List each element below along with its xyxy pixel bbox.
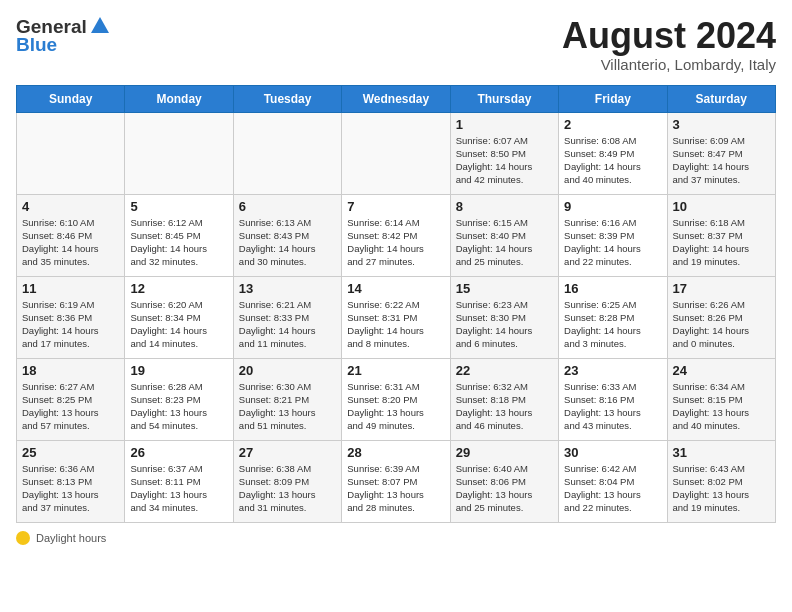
day-number: 2: [564, 117, 661, 132]
day-number: 13: [239, 281, 336, 296]
dow-header-cell: Wednesday: [342, 85, 450, 112]
calendar-cell: 17Sunrise: 6:26 AM Sunset: 8:26 PM Dayli…: [667, 276, 775, 358]
calendar-cell: 19Sunrise: 6:28 AM Sunset: 8:23 PM Dayli…: [125, 358, 233, 440]
day-number: 26: [130, 445, 227, 460]
calendar-cell: 21Sunrise: 6:31 AM Sunset: 8:20 PM Dayli…: [342, 358, 450, 440]
day-number: 19: [130, 363, 227, 378]
calendar-cell: 6Sunrise: 6:13 AM Sunset: 8:43 PM Daylig…: [233, 194, 341, 276]
footer-note: Daylight hours: [16, 531, 776, 545]
calendar-cell: [233, 112, 341, 194]
day-number: 1: [456, 117, 553, 132]
title-block: August 2024 Villanterio, Lombardy, Italy: [562, 16, 776, 73]
day-info: Sunrise: 6:42 AM Sunset: 8:04 PM Dayligh…: [564, 462, 661, 515]
dow-header-cell: Friday: [559, 85, 667, 112]
day-info: Sunrise: 6:15 AM Sunset: 8:40 PM Dayligh…: [456, 216, 553, 269]
calendar-subtitle: Villanterio, Lombardy, Italy: [562, 56, 776, 73]
dow-header-cell: Monday: [125, 85, 233, 112]
day-info: Sunrise: 6:18 AM Sunset: 8:37 PM Dayligh…: [673, 216, 770, 269]
calendar-cell: 2Sunrise: 6:08 AM Sunset: 8:49 PM Daylig…: [559, 112, 667, 194]
dow-header-cell: Thursday: [450, 85, 558, 112]
day-info: Sunrise: 6:25 AM Sunset: 8:28 PM Dayligh…: [564, 298, 661, 351]
day-info: Sunrise: 6:28 AM Sunset: 8:23 PM Dayligh…: [130, 380, 227, 433]
day-info: Sunrise: 6:34 AM Sunset: 8:15 PM Dayligh…: [673, 380, 770, 433]
sun-icon: [16, 531, 30, 545]
calendar-cell: 10Sunrise: 6:18 AM Sunset: 8:37 PM Dayli…: [667, 194, 775, 276]
day-number: 24: [673, 363, 770, 378]
day-number: 14: [347, 281, 444, 296]
day-number: 11: [22, 281, 119, 296]
calendar-cell: 11Sunrise: 6:19 AM Sunset: 8:36 PM Dayli…: [17, 276, 125, 358]
dow-header-cell: Saturday: [667, 85, 775, 112]
page-header: General Blue August 2024 Villanterio, Lo…: [16, 16, 776, 73]
calendar-cell: 16Sunrise: 6:25 AM Sunset: 8:28 PM Dayli…: [559, 276, 667, 358]
svg-marker-0: [91, 17, 109, 33]
day-info: Sunrise: 6:22 AM Sunset: 8:31 PM Dayligh…: [347, 298, 444, 351]
calendar-cell: [342, 112, 450, 194]
day-info: Sunrise: 6:30 AM Sunset: 8:21 PM Dayligh…: [239, 380, 336, 433]
day-number: 10: [673, 199, 770, 214]
calendar-cell: 7Sunrise: 6:14 AM Sunset: 8:42 PM Daylig…: [342, 194, 450, 276]
calendar-cell: 23Sunrise: 6:33 AM Sunset: 8:16 PM Dayli…: [559, 358, 667, 440]
calendar-cell: 31Sunrise: 6:43 AM Sunset: 8:02 PM Dayli…: [667, 440, 775, 522]
day-number: 30: [564, 445, 661, 460]
day-number: 9: [564, 199, 661, 214]
day-number: 4: [22, 199, 119, 214]
calendar-cell: 3Sunrise: 6:09 AM Sunset: 8:47 PM Daylig…: [667, 112, 775, 194]
day-number: 22: [456, 363, 553, 378]
day-info: Sunrise: 6:10 AM Sunset: 8:46 PM Dayligh…: [22, 216, 119, 269]
day-info: Sunrise: 6:38 AM Sunset: 8:09 PM Dayligh…: [239, 462, 336, 515]
day-number: 20: [239, 363, 336, 378]
logo-icon: [89, 15, 111, 37]
day-info: Sunrise: 6:27 AM Sunset: 8:25 PM Dayligh…: [22, 380, 119, 433]
calendar-table: SundayMondayTuesdayWednesdayThursdayFrid…: [16, 85, 776, 523]
day-number: 7: [347, 199, 444, 214]
day-number: 31: [673, 445, 770, 460]
calendar-cell: 14Sunrise: 6:22 AM Sunset: 8:31 PM Dayli…: [342, 276, 450, 358]
day-info: Sunrise: 6:31 AM Sunset: 8:20 PM Dayligh…: [347, 380, 444, 433]
calendar-cell: 27Sunrise: 6:38 AM Sunset: 8:09 PM Dayli…: [233, 440, 341, 522]
day-info: Sunrise: 6:16 AM Sunset: 8:39 PM Dayligh…: [564, 216, 661, 269]
day-info: Sunrise: 6:20 AM Sunset: 8:34 PM Dayligh…: [130, 298, 227, 351]
day-info: Sunrise: 6:08 AM Sunset: 8:49 PM Dayligh…: [564, 134, 661, 187]
logo: General Blue: [16, 16, 111, 56]
day-number: 17: [673, 281, 770, 296]
calendar-cell: 15Sunrise: 6:23 AM Sunset: 8:30 PM Dayli…: [450, 276, 558, 358]
calendar-cell: 24Sunrise: 6:34 AM Sunset: 8:15 PM Dayli…: [667, 358, 775, 440]
day-number: 27: [239, 445, 336, 460]
calendar-cell: 8Sunrise: 6:15 AM Sunset: 8:40 PM Daylig…: [450, 194, 558, 276]
day-number: 5: [130, 199, 227, 214]
calendar-cell: 5Sunrise: 6:12 AM Sunset: 8:45 PM Daylig…: [125, 194, 233, 276]
footer-label: Daylight hours: [36, 532, 106, 544]
day-number: 8: [456, 199, 553, 214]
day-info: Sunrise: 6:37 AM Sunset: 8:11 PM Dayligh…: [130, 462, 227, 515]
calendar-cell: [125, 112, 233, 194]
calendar-cell: 4Sunrise: 6:10 AM Sunset: 8:46 PM Daylig…: [17, 194, 125, 276]
day-info: Sunrise: 6:40 AM Sunset: 8:06 PM Dayligh…: [456, 462, 553, 515]
calendar-cell: 22Sunrise: 6:32 AM Sunset: 8:18 PM Dayli…: [450, 358, 558, 440]
day-number: 12: [130, 281, 227, 296]
calendar-cell: 18Sunrise: 6:27 AM Sunset: 8:25 PM Dayli…: [17, 358, 125, 440]
calendar-cell: 12Sunrise: 6:20 AM Sunset: 8:34 PM Dayli…: [125, 276, 233, 358]
calendar-cell: 25Sunrise: 6:36 AM Sunset: 8:13 PM Dayli…: [17, 440, 125, 522]
day-number: 29: [456, 445, 553, 460]
dow-header-cell: Tuesday: [233, 85, 341, 112]
day-number: 18: [22, 363, 119, 378]
calendar-cell: 9Sunrise: 6:16 AM Sunset: 8:39 PM Daylig…: [559, 194, 667, 276]
day-info: Sunrise: 6:33 AM Sunset: 8:16 PM Dayligh…: [564, 380, 661, 433]
calendar-cell: [17, 112, 125, 194]
calendar-cell: 29Sunrise: 6:40 AM Sunset: 8:06 PM Dayli…: [450, 440, 558, 522]
day-info: Sunrise: 6:43 AM Sunset: 8:02 PM Dayligh…: [673, 462, 770, 515]
day-info: Sunrise: 6:36 AM Sunset: 8:13 PM Dayligh…: [22, 462, 119, 515]
day-info: Sunrise: 6:12 AM Sunset: 8:45 PM Dayligh…: [130, 216, 227, 269]
day-info: Sunrise: 6:23 AM Sunset: 8:30 PM Dayligh…: [456, 298, 553, 351]
day-info: Sunrise: 6:14 AM Sunset: 8:42 PM Dayligh…: [347, 216, 444, 269]
day-info: Sunrise: 6:26 AM Sunset: 8:26 PM Dayligh…: [673, 298, 770, 351]
day-info: Sunrise: 6:09 AM Sunset: 8:47 PM Dayligh…: [673, 134, 770, 187]
day-info: Sunrise: 6:32 AM Sunset: 8:18 PM Dayligh…: [456, 380, 553, 433]
day-info: Sunrise: 6:19 AM Sunset: 8:36 PM Dayligh…: [22, 298, 119, 351]
calendar-cell: 13Sunrise: 6:21 AM Sunset: 8:33 PM Dayli…: [233, 276, 341, 358]
day-number: 28: [347, 445, 444, 460]
day-number: 16: [564, 281, 661, 296]
day-info: Sunrise: 6:13 AM Sunset: 8:43 PM Dayligh…: [239, 216, 336, 269]
calendar-cell: 20Sunrise: 6:30 AM Sunset: 8:21 PM Dayli…: [233, 358, 341, 440]
